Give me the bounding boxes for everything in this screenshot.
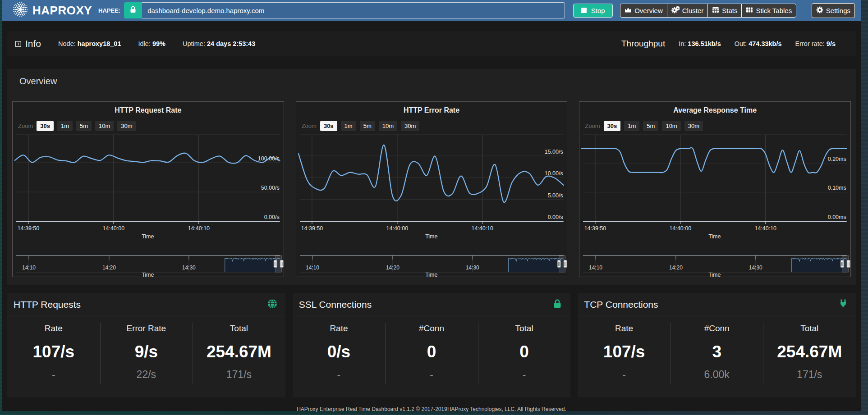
- svg-text:50.00/s: 50.00/s: [261, 185, 280, 191]
- svg-text:Time: Time: [425, 272, 437, 277]
- svg-text:Time: Time: [142, 272, 154, 277]
- card-body: Rate107/s-#Conn36.00kTotal254.67M171/s: [578, 316, 856, 397]
- navigator-handle[interactable]: [847, 260, 850, 268]
- grid-icon: [746, 6, 753, 15]
- navigator-handle[interactable]: [280, 260, 283, 268]
- stat-column: Rate107/s-: [7, 316, 100, 397]
- zoom-button-1m[interactable]: 1m: [624, 121, 639, 131]
- svg-text:14:20: 14:20: [102, 265, 116, 271]
- throughput-fields: In: 136.51kb/sOut: 474.33kb/sError rate:…: [679, 40, 836, 47]
- zoom-controls: Zoom30s1m5m10m30m: [18, 120, 284, 132]
- info-fields: Node: haproxy18_01Idle: 99%Uptime: 24 da…: [58, 40, 255, 47]
- stat-label: Total: [230, 324, 248, 333]
- chart-panel-3: Average Response TimeZoom30s1m5m10m30m0.…: [579, 101, 851, 277]
- zoom-button-10m[interactable]: 10m: [95, 121, 114, 131]
- zoom-button-1m[interactable]: 1m: [57, 121, 73, 131]
- chart-area-icon: [625, 6, 632, 15]
- url-input[interactable]: [142, 2, 565, 18]
- card-header: TCP Connections: [578, 293, 856, 316]
- stat-card-http-requests: HTTP RequestsRate107/s-Error Rate9/s22/s…: [7, 293, 285, 397]
- svg-text:15.00/s: 15.00/s: [544, 149, 563, 155]
- settings-button[interactable]: Settings: [812, 3, 855, 18]
- navigator-handle[interactable]: [841, 260, 844, 268]
- stat-sub-value: -: [430, 369, 433, 381]
- nav-button-stick-tables[interactable]: Stick Tables: [741, 4, 796, 18]
- stop-button-label: Stop: [591, 7, 605, 14]
- card-body: Rate0/s-#Conn0-Total0-: [293, 316, 571, 397]
- lock-addon-button[interactable]: [124, 2, 142, 18]
- stat-card-tcp-connections: TCP ConnectionsRate107/s-#Conn36.00kTota…: [578, 293, 856, 397]
- svg-text:Time: Time: [709, 233, 721, 240]
- zoom-button-30s[interactable]: 30s: [37, 121, 54, 131]
- chart-title: HTTP Request Rate: [13, 106, 284, 115]
- svg-text:14:10: 14:10: [589, 265, 602, 271]
- svg-text:5.00/s: 5.00/s: [547, 192, 563, 199]
- zoom-button-5m[interactable]: 5m: [360, 121, 375, 131]
- chart-plot[interactable]: 15.00/s10.00/s5.00/s0.00/s14:39:5014:40:…: [296, 133, 567, 277]
- svg-text:14:40:00: 14:40:00: [386, 225, 408, 232]
- lock-icon: [129, 5, 137, 15]
- zoom-button-1m[interactable]: 1m: [341, 121, 356, 131]
- brand-name: HAPROXY: [32, 4, 92, 18]
- stop-button[interactable]: Stop: [573, 4, 613, 18]
- expand-icon[interactable]: [15, 38, 21, 49]
- svg-text:0.00/s: 0.00/s: [547, 214, 563, 220]
- svg-text:Time: Time: [425, 233, 437, 240]
- nav-button-overview[interactable]: Overview: [620, 4, 667, 18]
- nav-button-label: Stick Tables: [756, 7, 792, 14]
- svg-text:100.00/s: 100.00/s: [258, 155, 280, 162]
- svg-text:10.00/s: 10.00/s: [544, 170, 563, 177]
- stop-icon: [581, 8, 587, 13]
- svg-text:14:20: 14:20: [386, 265, 400, 271]
- svg-text:14:40:10: 14:40:10: [755, 225, 777, 232]
- nav-button-stats[interactable]: Stats: [707, 4, 742, 18]
- zoom-button-30s[interactable]: 30s: [604, 121, 621, 131]
- svg-text:Time: Time: [142, 233, 154, 240]
- zoom-label: Zoom: [18, 123, 33, 129]
- zoom-button-30m[interactable]: 30m: [684, 121, 703, 131]
- stat-label: Total: [800, 324, 818, 333]
- chart-panel-2: HTTP Error RateZoom30s1m5m10m30m15.00/s1…: [296, 101, 568, 277]
- zoom-button-5m[interactable]: 5m: [76, 121, 92, 131]
- section-title: Overview: [19, 76, 851, 86]
- zoom-controls: Zoom30s1m5m10m30m: [585, 120, 850, 132]
- cogs-icon: [671, 6, 680, 15]
- info-field: Idle: 99%: [138, 40, 165, 47]
- stat-value: 0: [519, 343, 529, 360]
- stat-column: Total0-: [478, 316, 571, 397]
- hapee-label: HAPEE:: [98, 7, 120, 14]
- chart-plot[interactable]: 0.20ms0.10ms0.00ms14:39:5014:40:0014:40:…: [579, 133, 850, 277]
- zoom-button-10m[interactable]: 10m: [379, 121, 397, 131]
- stat-label: Rate: [615, 324, 633, 333]
- svg-text:14:20: 14:20: [669, 265, 683, 271]
- stat-value: 0/s: [327, 343, 350, 360]
- stat-value: 3: [712, 343, 721, 360]
- stat-column: Rate107/s-: [578, 316, 671, 397]
- card-header: SSL Connections: [293, 293, 571, 316]
- nav-button-label: Overview: [634, 7, 663, 14]
- stat-sub-value: 6.00k: [704, 369, 730, 381]
- url-group: [124, 2, 565, 18]
- svg-text:14:39:50: 14:39:50: [584, 225, 606, 232]
- lock-icon: [552, 299, 562, 310]
- zoom-button-10m[interactable]: 10m: [662, 121, 680, 131]
- zoom-button-30s[interactable]: 30s: [320, 121, 337, 131]
- svg-text:14:10: 14:10: [306, 265, 319, 271]
- stat-column: #Conn0-: [385, 316, 478, 397]
- zoom-button-30m[interactable]: 30m: [117, 121, 136, 131]
- stat-value: 0: [427, 343, 436, 360]
- throughput-group: Throughput In: 136.51kb/sOut: 474.33kb/s…: [621, 39, 836, 49]
- zoom-button-5m[interactable]: 5m: [643, 121, 658, 131]
- footer-text: HAProxy Enterprise Real Time Dashboard v…: [2, 406, 861, 412]
- svg-text:14:10: 14:10: [22, 265, 36, 271]
- chart-plot[interactable]: 100.00/s50.00/s0.00/s14:39:5014:40:0014:…: [13, 133, 284, 277]
- svg-text:14:40:10: 14:40:10: [471, 225, 493, 232]
- navigator-handle[interactable]: [564, 260, 567, 268]
- zoom-button-30m[interactable]: 30m: [401, 121, 419, 131]
- stat-value: 9/s: [135, 343, 158, 360]
- navigator-handle[interactable]: [557, 260, 560, 268]
- svg-text:Time: Time: [709, 272, 721, 277]
- nav-button-cluster[interactable]: Cluster: [667, 4, 708, 18]
- navigator-handle[interactable]: [274, 260, 277, 268]
- svg-text:14:39:50: 14:39:50: [301, 225, 323, 232]
